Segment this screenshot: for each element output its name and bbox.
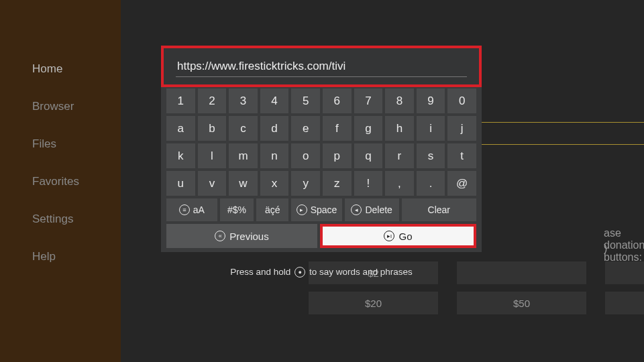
key-3[interactable]: 3 (229, 88, 258, 113)
donate-100[interactable]: $100 (605, 292, 644, 314)
key-f[interactable]: f (323, 116, 352, 141)
sidebar-item-favorites[interactable]: Favorites (0, 163, 121, 200)
previous-icon: « (215, 231, 225, 241)
sidebar: Home Browser Files Favorites Settings He… (0, 0, 121, 362)
key-g[interactable]: g (354, 116, 383, 141)
donate-20[interactable]: $20 (309, 292, 438, 314)
key-delete[interactable]: ◂Delete (345, 198, 399, 221)
key-x[interactable]: x (260, 171, 289, 196)
donation-label1: ase donation buttons: (604, 227, 644, 263)
shift-icon: ≡ (179, 204, 190, 215)
key-0[interactable]: 0 (447, 88, 476, 113)
url-bar (161, 46, 482, 87)
key-6[interactable]: 6 (323, 88, 352, 113)
sidebar-item-browser[interactable]: Browser (0, 88, 121, 125)
key-.[interactable]: . (417, 171, 445, 196)
voice-hint: Press and hold ● to say words and phrase… (161, 267, 482, 278)
key-5[interactable]: 5 (291, 88, 320, 113)
url-keyboard-overlay: 1234567890 abcdefghij klmnopqrst uvwxyz!… (161, 46, 482, 278)
donation-label2: ) (604, 243, 607, 255)
key-accents[interactable]: äçé (256, 198, 288, 221)
key-symbols[interactable]: #$% (220, 198, 254, 221)
space-icon: ▸ (297, 204, 307, 215)
donate-10[interactable]: $10 (605, 261, 644, 284)
key-q[interactable]: q (354, 143, 383, 168)
key-k[interactable]: k (166, 143, 195, 168)
key-l[interactable]: l (198, 143, 227, 168)
key-z[interactable]: z (323, 171, 352, 196)
key-1[interactable]: 1 (166, 88, 195, 113)
key-s[interactable]: s (417, 143, 445, 168)
go-icon: ▸ı (384, 231, 394, 241)
donate-50[interactable]: $50 (457, 292, 586, 314)
key-d[interactable]: d (260, 116, 289, 141)
key-y[interactable]: y (291, 171, 320, 196)
key-e[interactable]: e (291, 116, 320, 141)
key-h[interactable]: h (385, 116, 414, 141)
key-w[interactable]: w (229, 171, 258, 196)
key-4[interactable]: 4 (260, 88, 289, 113)
key-9[interactable]: 9 (417, 88, 445, 113)
mic-icon: ● (294, 267, 305, 278)
key-space[interactable]: ▸Space (291, 198, 342, 221)
key-v[interactable]: v (198, 171, 227, 196)
key-2[interactable]: 2 (198, 88, 227, 113)
sidebar-item-home[interactable]: Home (0, 50, 121, 88)
delete-icon: ◂ (351, 204, 362, 215)
key-u[interactable]: u (166, 171, 195, 196)
key-8[interactable]: 8 (385, 88, 414, 113)
key-7[interactable]: 7 (354, 88, 383, 113)
key-@[interactable]: @ (447, 171, 476, 196)
key-o[interactable]: o (291, 143, 320, 168)
key-i[interactable]: i (417, 116, 445, 141)
key-j[interactable]: j (447, 116, 476, 141)
previous-button[interactable]: «Previous (166, 224, 317, 248)
key-b[interactable]: b (198, 116, 227, 141)
key-c[interactable]: c (229, 116, 258, 141)
sidebar-item-settings[interactable]: Settings (0, 200, 121, 238)
key-n[interactable]: n (260, 143, 289, 168)
key-clear[interactable]: Clear (402, 198, 477, 221)
key-r[interactable]: r (385, 143, 414, 168)
sidebar-item-help[interactable]: Help (0, 238, 121, 276)
key-![interactable]: ! (354, 171, 383, 196)
on-screen-keyboard: 1234567890 abcdefghij klmnopqrst uvwxyz!… (161, 87, 482, 252)
url-input[interactable] (176, 56, 467, 77)
key-t[interactable]: t (447, 143, 476, 168)
key-m[interactable]: m (229, 143, 258, 168)
key-shift-aA[interactable]: ≡aA (166, 198, 217, 221)
key-a[interactable]: a (166, 116, 195, 141)
sidebar-item-files[interactable]: Files (0, 125, 121, 163)
key-,[interactable]: , (385, 171, 414, 196)
go-button[interactable]: ▸ıGo (320, 224, 476, 248)
key-p[interactable]: p (323, 143, 352, 168)
